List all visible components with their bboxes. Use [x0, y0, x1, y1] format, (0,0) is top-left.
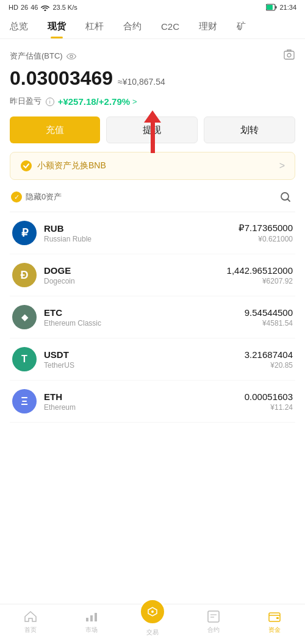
bnb-check-icon [20, 160, 32, 172]
asset-item-usdt[interactable]: T USDT TetherUS 3.21687404 ¥20.85 [10, 338, 295, 381]
asset-label-text: 资产估值(BTC) [10, 51, 63, 62]
status-bar: HD 26 46 23.5 K/s 21:34 [0, 0, 305, 13]
wifi-icon [40, 4, 50, 11]
nav-item-spot[interactable]: 现货 [38, 16, 76, 38]
rub-balance: ₽7.17365000 ¥0.621000 [239, 223, 293, 243]
rub-info: RUB Russian Ruble [44, 223, 239, 243]
bottom-nav-futures-label: 合约 [207, 626, 220, 634]
asset-item-etc[interactable]: ◆ ETC Ethereum Classic 9.54544500 ¥4581.… [10, 296, 295, 338]
svg-rect-2 [276, 6, 277, 9]
nav-item-finance[interactable]: 理财 [189, 16, 227, 38]
home-icon [23, 609, 38, 624]
eth-icon: Ξ [12, 389, 37, 413]
svg-rect-16 [269, 613, 280, 621]
bottom-nav-funds[interactable]: 资金 [244, 609, 305, 637]
usdt-info: USDT TetherUS [44, 349, 245, 370]
pnl-label: 昨日盈亏 i [10, 96, 54, 107]
status-speed: 23.5 K/s [52, 4, 77, 11]
etc-info: ETC Ethereum Classic [44, 307, 245, 327]
eth-amount: 0.00051603 [245, 392, 293, 402]
nav-item-margin[interactable]: 杠杆 [76, 16, 113, 38]
bnb-banner-arrow: > [279, 160, 285, 171]
rub-cny: ¥0.621000 [239, 235, 293, 243]
filter-row: ✓ 隐藏0资产 [10, 188, 295, 206]
main-content: 资产估值(BTC) 0.03003469 ≈¥10,867.54 昨日盈亏 i … [0, 39, 305, 471]
svg-point-0 [45, 10, 46, 12]
funds-icon [267, 609, 282, 624]
status-lte: 46 [30, 4, 38, 11]
eye-icon[interactable] [66, 51, 76, 61]
futures-icon [206, 609, 221, 624]
etc-balance: 9.54544500 ¥4581.54 [245, 307, 293, 327]
rub-name: Russian Ruble [44, 235, 239, 243]
eth-symbol: ETH [44, 392, 245, 402]
etc-symbol: ETC [44, 307, 245, 318]
filter-label: 隐藏0资产 [26, 191, 62, 202]
svg-point-7 [21, 160, 32, 171]
usdt-icon: T [12, 347, 37, 371]
nav-item-futures[interactable]: 合约 [113, 16, 151, 38]
pnl-info-icon[interactable]: i [46, 98, 54, 106]
eth-info: ETH Ethereum [44, 392, 245, 412]
status-time: 21:34 [279, 4, 296, 11]
withdraw-button[interactable]: 提现 [106, 116, 198, 143]
usdt-name: TetherUS [44, 361, 245, 370]
usdt-cny: ¥20.85 [245, 361, 293, 370]
bottom-nav-market[interactable]: 市场 [61, 609, 122, 637]
bottom-nav-futures[interactable]: 合约 [183, 609, 244, 637]
svg-rect-3 [267, 5, 273, 10]
svg-rect-17 [276, 617, 279, 619]
eth-cny: ¥11.24 [245, 403, 293, 412]
status-network: HD [9, 4, 18, 11]
nav-item-overview[interactable]: 总览 [0, 16, 38, 38]
trade-icon [139, 598, 166, 625]
buttons-section: 充值 提现 划转 [10, 116, 295, 143]
doge-balance: 1,442.96512000 ¥6207.92 [227, 265, 293, 285]
status-right: 21:34 [266, 4, 296, 11]
bottom-nav-home-label: 首页 [24, 626, 37, 634]
svg-point-6 [287, 54, 291, 57]
asset-cny-value: ≈¥10,867.54 [118, 77, 165, 87]
doge-info: DOGE Dogecoin [44, 265, 227, 285]
bnb-banner[interactable]: 小额资产兑换BNB > [10, 152, 295, 180]
svg-rect-9 [86, 618, 88, 621]
doge-symbol: DOGE [44, 265, 227, 276]
bottom-nav-trade[interactable]: 交易 [122, 609, 183, 637]
asset-item-eth[interactable]: Ξ ETH Ethereum 0.00051603 ¥11.24 [10, 381, 295, 423]
doge-cny: ¥6207.92 [227, 277, 293, 285]
bottom-nav-funds-label: 资金 [268, 626, 281, 634]
battery-icon [266, 4, 277, 11]
bottom-nav-home[interactable]: 首页 [0, 609, 61, 637]
status-signal: 26 [21, 4, 28, 11]
bottom-nav: 首页 市场 交易 合约 资金 [0, 604, 305, 644]
asset-title-row: 资产估值(BTC) [10, 49, 295, 63]
deposit-button[interactable]: 充值 [10, 116, 100, 143]
top-nav: 总览 现货 杠杆 合约 C2C 理财 矿 [0, 13, 305, 39]
rub-amount: ₽7.17365000 [239, 223, 293, 234]
nav-item-c2c[interactable]: C2C [151, 16, 189, 38]
etc-amount: 9.54544500 [245, 307, 293, 318]
action-buttons: 充值 提现 划转 [10, 116, 295, 143]
bnb-banner-text: 小额资产兑换BNB [37, 160, 106, 171]
rub-symbol: RUB [44, 223, 239, 234]
doge-name: Dogecoin [44, 277, 227, 285]
status-left: HD 26 46 23.5 K/s [9, 4, 77, 11]
asset-btc-value: 0.03003469 [10, 67, 113, 90]
etc-name: Ethereum Classic [44, 319, 245, 327]
eth-balance: 0.00051603 ¥11.24 [245, 392, 293, 412]
snapshot-icon[interactable] [283, 49, 295, 63]
search-button[interactable] [277, 188, 294, 206]
filter-check-icon: ✓ [11, 191, 22, 202]
pnl-row: 昨日盈亏 i +¥257.18/+2.79% > [10, 96, 295, 107]
asset-item-rub[interactable]: ₽ RUB Russian Ruble ₽7.17365000 ¥0.62100… [10, 212, 295, 254]
asset-item-doge[interactable]: Ð DOGE Dogecoin 1,442.96512000 ¥6207.92 [10, 254, 295, 296]
pnl-arrow[interactable]: > [132, 97, 137, 106]
doge-amount: 1,442.96512000 [227, 265, 293, 276]
transfer-button[interactable]: 划转 [204, 116, 295, 143]
filter-left[interactable]: ✓ 隐藏0资产 [11, 191, 62, 202]
nav-item-mining[interactable]: 矿 [227, 16, 256, 38]
usdt-balance: 3.21687404 ¥20.85 [245, 349, 293, 370]
asset-list: ₽ RUB Russian Ruble ₽7.17365000 ¥0.62100… [10, 212, 295, 423]
bottom-nav-trade-label: 交易 [146, 628, 159, 637]
market-icon [84, 609, 99, 624]
